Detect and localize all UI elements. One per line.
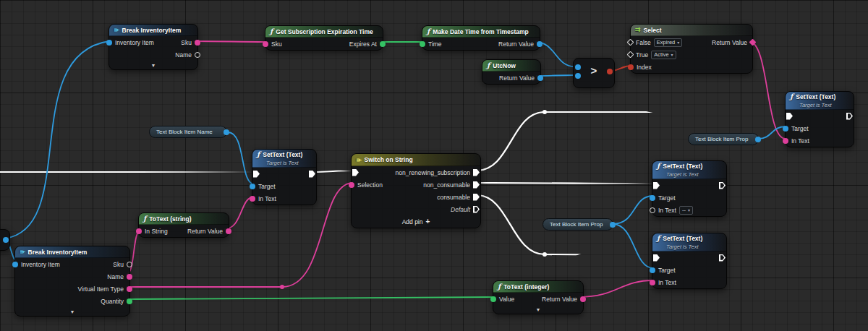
node-header[interactable]: ⇉ Select	[631, 25, 752, 36]
pin-name[interactable]	[127, 274, 132, 280]
node-break-inventoryitem-bottom[interactable]: ⋔ Break InventoryItem Inventory Item Sku…	[14, 246, 130, 317]
exec-out-pin[interactable]	[309, 171, 315, 178]
pin-inventory-item[interactable]	[12, 262, 18, 267]
node-totext-integer[interactable]: ƒ ToText (integer) Value Return Value ▼	[493, 280, 584, 314]
node-header[interactable]: ƒ ToText (integer)	[493, 281, 583, 293]
add-pin-button[interactable]: Add pin +	[352, 215, 480, 228]
pin-target[interactable]	[650, 195, 655, 201]
pin-in-text[interactable]	[650, 207, 655, 213]
variable-getter-text-block-item-name[interactable]: Text Block Item Name	[149, 126, 227, 138]
exec-out-pin[interactable]	[846, 113, 853, 120]
node-settext-top-right[interactable]: ƒ SetText (Text) Target is Text Target I…	[785, 91, 854, 147]
node-header[interactable]: ƒ ToText (string)	[139, 213, 229, 225]
exec-in-pin[interactable]	[253, 171, 260, 178]
node-settext-name[interactable]: ƒ SetText (Text) Target is Text Target I…	[252, 149, 317, 205]
pin-a[interactable]	[575, 64, 581, 70]
pin-time[interactable]	[420, 41, 425, 47]
exec-in-pin[interactable]	[352, 169, 359, 176]
false-value-dropdown[interactable]: Expired▾	[654, 38, 682, 47]
node-header[interactable]: ƒ Get Subscription Expiration Time	[265, 26, 383, 38]
pin-index[interactable]	[628, 64, 634, 70]
node-settext-prop-a[interactable]: ƒ SetText (Text) Target is Text Target I…	[652, 160, 727, 217]
pin-target[interactable]	[650, 267, 655, 273]
node-header[interactable]: ƒ SetText (Text) Target is Text	[252, 150, 316, 168]
variable-getter-text-block-item-prop[interactable]: Text Block Item Prop	[688, 133, 759, 145]
pin-sku[interactable]	[195, 40, 200, 46]
pin-output[interactable]	[3, 237, 9, 243]
pin-expires-at[interactable]	[380, 41, 386, 47]
node-settext-prop-b[interactable]: ƒ SetText (Text) Target is Text Target I…	[652, 233, 727, 289]
pin-b[interactable]	[575, 73, 581, 79]
partial-node[interactable]	[0, 229, 10, 251]
wire-totextint-to-intext[interactable]	[579, 280, 653, 297]
pin-virtual-item-type[interactable]	[127, 286, 132, 292]
pin-output[interactable]	[755, 137, 761, 142]
wire-itemprop-to-target-b[interactable]	[613, 224, 653, 268]
node-select[interactable]: ⇉ Select False Expired▾ Return Value Tru…	[630, 24, 753, 74]
reroute-node[interactable]	[542, 110, 547, 114]
pin-selection[interactable]	[349, 182, 354, 188]
wire-exec-case2[interactable]	[477, 183, 653, 184]
pin-target[interactable]	[783, 126, 788, 132]
pin-false[interactable]	[627, 39, 634, 46]
pin-inventory-item[interactable]	[106, 40, 112, 46]
in-text-value-box[interactable]: --▾	[679, 206, 693, 215]
reroute-node[interactable]	[280, 285, 284, 289]
node-header[interactable]: ƒ SetText (Text) Target is Text	[652, 161, 726, 179]
reroute-node[interactable]	[542, 252, 547, 257]
pin-in-text[interactable]	[650, 280, 655, 285]
variable-getter-text-block-item-prop[interactable]: Text Block Item Prop	[542, 218, 613, 231]
pin-return-value[interactable]	[537, 41, 542, 47]
exec-in-pin[interactable]	[653, 254, 660, 262]
collapse-chevron-icon[interactable]: ▼	[493, 305, 583, 314]
node-header[interactable]: ƒ Make Date Time from Timestamp	[422, 26, 540, 38]
wire-itemprop-to-target-a[interactable]	[613, 196, 653, 224]
pin-output[interactable]	[610, 222, 616, 228]
node-totext-string[interactable]: ƒ ToText (string) In String Return Value	[138, 212, 229, 238]
exec-out-pin[interactable]	[719, 182, 726, 189]
blueprint-graph[interactable]: ⋔ Break InventoryItem Inventory Item Sku…	[0, 0, 868, 331]
pin-name[interactable]	[195, 52, 200, 58]
pin-return-value[interactable]	[580, 296, 586, 302]
exec-out-case1-pin[interactable]	[473, 169, 480, 176]
pin-in-text[interactable]	[783, 138, 788, 144]
node-get-subscription-expiration-time[interactable]: ƒ Get Subscription Expiration Time Sku E…	[265, 25, 383, 51]
node-header[interactable]: ⋔ Switch on String	[352, 154, 480, 166]
exec-in-pin[interactable]	[653, 182, 660, 189]
pin-return-value[interactable]	[749, 39, 757, 46]
node-utcnow[interactable]: ƒ UtcNow Return Value	[482, 59, 541, 85]
node-greater-than[interactable]: >	[573, 58, 615, 88]
node-switch-on-string[interactable]: ⋔ Switch on String non_renewing_subscrip…	[351, 153, 481, 228]
collapse-chevron-icon[interactable]: ▼	[109, 61, 197, 69]
node-make-datetime-from-timestamp[interactable]: ƒ Make Date Time from Timestamp Time Ret…	[422, 25, 540, 51]
pin-return-value[interactable]	[226, 228, 231, 234]
wire-itemname-to-target[interactable]	[228, 132, 255, 184]
node-header[interactable]: ⋔ Break InventoryItem	[109, 25, 197, 36]
exec-out-pin[interactable]	[719, 254, 726, 262]
pin-in-string[interactable]	[136, 228, 142, 234]
collapse-chevron-icon[interactable]: ▼	[15, 307, 129, 316]
wire-select-to-intext[interactable]	[749, 41, 786, 139]
pin-sku[interactable]	[127, 262, 132, 267]
node-header[interactable]: ƒ SetText (Text) Target is Text	[786, 92, 854, 110]
node-header[interactable]: ƒ SetText (Text) Target is Text	[652, 233, 726, 252]
pin-return-value[interactable]	[537, 75, 543, 81]
node-header[interactable]: ⋔ Break InventoryItem	[15, 246, 129, 258]
pin-in-text[interactable]	[250, 196, 255, 202]
pin-target[interactable]	[250, 184, 255, 189]
wire-itemprop-to-target-top[interactable]	[758, 126, 786, 139]
wire-sku[interactable]	[193, 41, 267, 42]
pin-value[interactable]	[490, 296, 496, 302]
true-value-dropdown[interactable]: Active▾	[651, 51, 676, 59]
pin-quantity[interactable]	[127, 298, 132, 304]
pin-result[interactable]	[607, 69, 613, 74]
wire-inventoryitem-top[interactable]	[5, 41, 109, 238]
wire-exec-settext-to-switch[interactable]	[312, 171, 353, 172]
exec-in-pin[interactable]	[786, 113, 793, 120]
exec-out-default-pin[interactable]	[473, 206, 480, 213]
node-header[interactable]: ƒ UtcNow	[482, 60, 540, 72]
node-break-inventoryitem-top[interactable]: ⋔ Break InventoryItem Inventory Item Sku…	[109, 24, 198, 70]
wire-quantity-to-totextint[interactable]	[126, 297, 496, 299]
pin-sku[interactable]	[263, 41, 268, 47]
exec-out-case3-pin[interactable]	[473, 194, 480, 201]
